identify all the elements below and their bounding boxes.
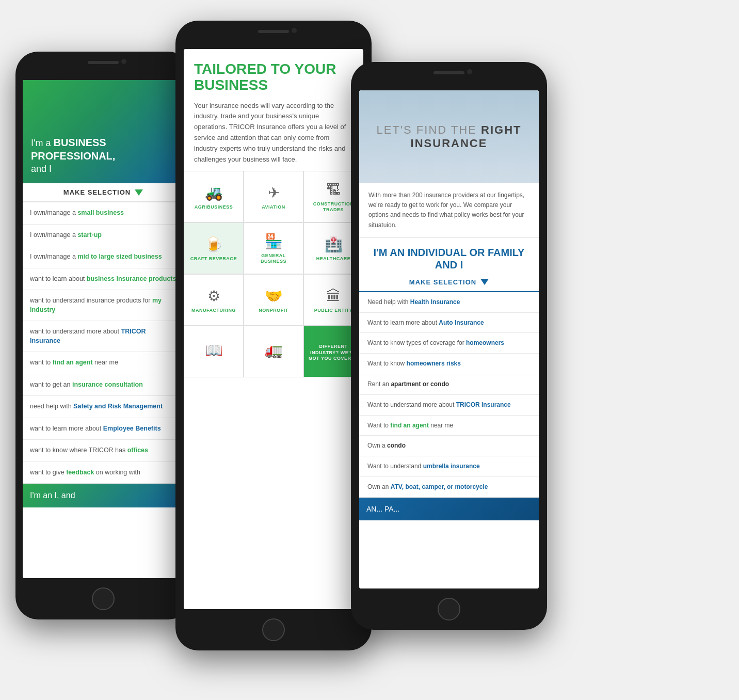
agribusiness-icon: 🚜 [205,186,223,200]
phone-1-hero: I'm a BUSINESS PROFESSIONAL, and I [23,80,184,183]
phone-2: TAILORED TO YOUR BUSINESS Your insurance… [175,21,372,650]
phone-3-bottom-banner: AN... PA... [359,498,539,520]
list-item[interactable]: want to learn about business insurance p… [23,268,184,291]
healthcare-label: HEALTHCARE [316,256,350,262]
phone-3-home-button[interactable] [438,598,460,621]
phone-3-speaker [433,71,464,74]
grid-cell-nonprofit[interactable]: 🤝 NONPROFIT [244,274,303,326]
aviation-label: AVIATION [262,204,285,211]
phone-3-list: Need help with Health Insurance Want to … [359,292,539,498]
list-item[interactable]: want to get an insurance consultation [23,374,184,396]
public-entity-label: PUBLIC ENTITY [314,308,353,314]
grid-cell-aviation[interactable]: ✈ AVIATION [244,171,303,222]
phone-1-dropdown-arrow [135,189,143,196]
phone-3-title: LET'S FIND THE RIGHTINSURANCE [377,123,522,151]
list-item[interactable]: I own/manage a mid to large sized busine… [23,246,184,268]
phone-2-title: TAILORED TO YOUR BUSINESS [194,61,353,93]
phone-1-speaker [88,61,119,64]
nonprofit-label: NONPROFIT [259,308,288,314]
nonprofit-icon: 🤝 [265,289,283,304]
list-item[interactable]: Want to find an agent near me [359,416,539,436]
list-item[interactable]: want to know where TRICOR has offices [23,440,184,462]
general-business-label: GENERAL BUSINESS [248,253,299,265]
grid-cell-general-business[interactable]: 🏪 GENERAL BUSINESS [244,222,303,274]
list-item[interactable]: want to understand more about TRICOR Ins… [23,321,184,352]
aviation-icon: ✈ [268,186,280,200]
phone-3: LET'S FIND THE RIGHTINSURANCE With more … [351,62,547,630]
list-item[interactable]: Own an ATV, boat, camper, or motorcycle [359,477,539,498]
list-item[interactable]: want to learn more about Employee Benefi… [23,418,184,440]
phone-2-home-button[interactable] [262,618,285,641]
phone-1-hero-text: I'm a BUSINESS PROFESSIONAL, and I [31,136,175,175]
phone-1-screen: I'm a BUSINESS PROFESSIONAL, and I MAKE … [23,80,184,578]
phone-1-list: I own/manage a small business I own/mana… [23,202,184,484]
phone-3-description: With more than 200 insurance providers a… [359,183,539,238]
phone-1: I'm a BUSINESS PROFESSIONAL, and I MAKE … [15,52,191,619]
grid-cell-agribusiness[interactable]: 🚜 AGRIBUSINESS [184,171,244,222]
truck-icon: 🚛 [265,343,283,358]
phone-1-home-button[interactable] [92,587,115,610]
list-item[interactable]: Own a condo [359,436,539,456]
list-item[interactable]: I own/manage a start-up [23,225,184,247]
phone-3-screen: LET'S FIND THE RIGHTINSURANCE With more … [359,90,539,588]
list-item[interactable]: Want to learn more about Auto Insurance [359,313,539,333]
healthcare-icon: 🏥 [325,237,343,252]
list-item[interactable]: Rent an apartment or condo [359,374,539,395]
phone-2-camera [292,28,297,33]
grid-cell-truck[interactable]: 🚛 [244,326,303,377]
phone-1-bottom-banner: I'm an I, and [23,484,184,507]
public-entity-icon: 🏛 [326,289,341,304]
agribusiness-label: AGRIBUSINESS [195,204,233,211]
phone-3-section-title: I'M AN INDIVIDUAL OR FAMILY AND I [359,238,539,273]
phone-2-subtitle: Your insurance needs will vary according… [194,101,353,165]
phone-2-speaker [258,30,289,33]
grid-cell-craft-beverage[interactable]: 🍺 CRAFT BEVERAGE [184,222,244,274]
craft-beverage-icon: 🍺 [205,237,223,252]
manufacturing-label: MANUFACTURING [191,308,236,314]
scene: I'm a BUSINESS PROFESSIONAL, and I MAKE … [0,0,739,700]
list-item[interactable]: I own/manage a small business [23,202,184,225]
list-item[interactable]: want to give feedback on working with [23,462,184,484]
phone-1-camera [121,59,126,64]
construction-icon: 🏗 [326,183,341,197]
craft-beverage-label: CRAFT BEVERAGE [190,256,237,262]
list-item[interactable]: Want to know types of coverage for homeo… [359,333,539,354]
general-business-icon: 🏪 [265,234,283,249]
list-item[interactable]: want to find an agent near me [23,352,184,374]
list-item[interactable]: Want to know homeowners risks [359,354,539,374]
phone-3-dropdown[interactable]: MAKE SELECTION [359,273,539,292]
grid-cell-book[interactable]: 📖 [184,326,244,377]
phone-3-dropdown-label: MAKE SELECTION [409,278,476,286]
phone-3-dropdown-arrow [480,279,489,285]
book-icon: 📖 [205,343,223,358]
phone-2-screen: TAILORED TO YOUR BUSINESS Your insurance… [184,49,363,609]
grid-cell-manufacturing[interactable]: ⚙ MANUFACTURING [184,274,244,326]
list-item[interactable]: Want to understand umbrella insurance [359,456,539,477]
list-item[interactable]: Need help with Health Insurance [359,292,539,313]
list-item[interactable]: Want to understand more about TRICOR Ins… [359,395,539,416]
phone-3-camera [467,69,472,74]
phone-2-header: TAILORED TO YOUR BUSINESS Your insurance… [184,49,363,171]
phone-1-dropdown[interactable]: MAKE SELECTION [23,183,184,202]
phone-2-industry-grid: 🚜 AGRIBUSINESS ✈ AVIATION 🏗 CONSTRUCTION… [184,171,363,377]
phone-1-dropdown-label: MAKE SELECTION [63,188,131,196]
phone-3-hero: LET'S FIND THE RIGHTINSURANCE [359,90,539,183]
list-item[interactable]: want to understand insurance products fo… [23,290,184,321]
manufacturing-icon: ⚙ [207,289,220,304]
list-item[interactable]: need help with Safety and Risk Managemen… [23,396,184,418]
